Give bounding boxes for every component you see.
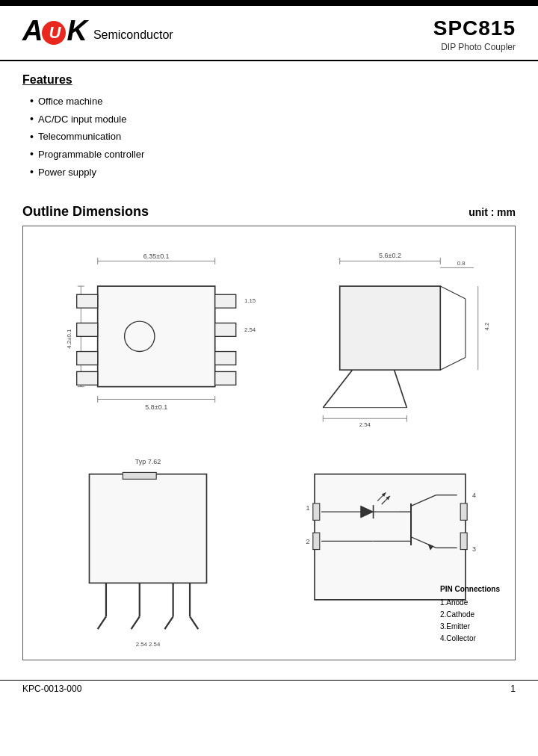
pin-4: 4.Collector: [440, 633, 500, 645]
svg-rect-30: [340, 286, 441, 370]
svg-line-35: [440, 358, 466, 371]
svg-text:4.2±0.1: 4.2±0.1: [66, 329, 72, 349]
outline-title: Outline Dimensions: [22, 204, 149, 220]
front-view-svg: 6.35±0.1 4.2±0.1: [31, 244, 265, 429]
logo-k: K: [67, 15, 85, 46]
svg-rect-55: [315, 474, 466, 600]
svg-rect-56: [313, 504, 320, 520]
feature-item-5: Power supply: [30, 164, 516, 182]
svg-text:4.2: 4.2: [483, 323, 490, 331]
pin-1: 1.Anode: [440, 597, 500, 609]
footer-bar: KPC-0013-000 1: [0, 680, 538, 697]
svg-text:2.54: 2.54: [359, 422, 371, 429]
feature-item-1: Office machine: [30, 93, 516, 111]
side-view-svg: 5.6±0.2 0.8: [273, 244, 507, 429]
diagram-top-view: Typ 7.62: [31, 447, 265, 652]
pin-connections: PIN Connections 1.Anode 2.Cathode 3.Emit…: [440, 583, 500, 645]
svg-rect-17: [215, 372, 236, 385]
svg-rect-8: [98, 286, 215, 387]
pin-2: 2.Cathode: [440, 609, 500, 621]
features-section: Features Office machine AC/DC input modu…: [22, 73, 516, 182]
footer-part-code: KPC-0013-000: [22, 684, 81, 694]
svg-text:5.8±0.1: 5.8±0.1: [145, 403, 167, 411]
company-name: Semiconductor: [93, 28, 173, 45]
svg-rect-58: [460, 504, 467, 520]
pin-connections-title: PIN Connections: [440, 583, 500, 595]
svg-rect-11: [77, 323, 98, 337]
feature-item-4: Programmable controller: [30, 146, 516, 164]
feature-item-2: AC/DC input module: [30, 111, 516, 128]
svg-rect-57: [313, 533, 320, 549]
diagram-side-view: 5.6±0.2 0.8: [273, 234, 507, 439]
svg-text:4: 4: [472, 492, 476, 499]
svg-text:5.6±0.2: 5.6±0.2: [379, 252, 401, 259]
svg-line-53: [190, 616, 198, 629]
feature-item-3: Telecommunication: [30, 128, 516, 146]
svg-line-32: [395, 370, 407, 407]
svg-rect-13: [77, 372, 98, 385]
svg-rect-45: [123, 472, 156, 479]
unit-label: unit : mm: [469, 206, 516, 218]
svg-line-51: [164, 616, 173, 629]
header: AUK Semiconductor SPC815 DIP Photo Coupl…: [0, 6, 538, 61]
svg-rect-10: [77, 294, 98, 308]
outline-section: Outline Dimensions unit : mm 6.35±0.1: [22, 204, 516, 660]
main-content: Features Office machine AC/DC input modu…: [0, 61, 538, 672]
svg-text:Typ 7.62: Typ 7.62: [135, 458, 161, 465]
svg-rect-12: [77, 352, 98, 365]
svg-line-47: [98, 616, 106, 629]
svg-text:2: 2: [306, 538, 310, 545]
footer-page-number: 1: [510, 684, 516, 694]
svg-text:3: 3: [472, 545, 476, 553]
diagram-front-view: 6.35±0.1 4.2±0.1: [31, 234, 265, 439]
diagram-circuit-view: 1 2 3 4 PIN Connections 1.Anode 2.Cathod…: [273, 447, 507, 652]
svg-text:1: 1: [306, 504, 310, 512]
svg-rect-15: [215, 323, 236, 337]
diagrams-grid: 6.35±0.1 4.2±0.1: [31, 234, 507, 652]
svg-rect-44: [89, 474, 206, 583]
logo-area: AUK Semiconductor: [22, 16, 173, 45]
logo-a: A: [22, 15, 41, 46]
features-list: Office machine AC/DC input module Teleco…: [22, 93, 516, 182]
part-number: SPC815: [433, 16, 516, 40]
svg-line-31: [323, 370, 352, 407]
logo-circle: U: [42, 21, 66, 45]
top-view-svg: Typ 7.62: [31, 449, 265, 650]
part-desc: DIP Photo Coupler: [433, 42, 516, 52]
svg-text:0.8: 0.8: [457, 260, 466, 267]
logo: AUK: [22, 16, 86, 45]
svg-text:2.54 2.54: 2.54 2.54: [136, 640, 161, 647]
svg-rect-59: [460, 533, 467, 549]
svg-rect-16: [215, 352, 236, 365]
part-info: SPC815 DIP Photo Coupler: [433, 16, 516, 52]
svg-text:1.15: 1.15: [244, 298, 256, 305]
pin-3: 3.Emitter: [440, 621, 500, 633]
top-bar: [0, 0, 538, 6]
svg-text:2.54: 2.54: [244, 326, 256, 333]
svg-rect-14: [215, 294, 236, 308]
svg-line-34: [440, 286, 466, 299]
features-title: Features: [22, 73, 516, 87]
svg-text:6.35±0.1: 6.35±0.1: [143, 252, 170, 260]
svg-line-49: [132, 616, 140, 629]
diagram-box: 6.35±0.1 4.2±0.1: [22, 226, 516, 660]
outline-header: Outline Dimensions unit : mm: [22, 204, 516, 220]
